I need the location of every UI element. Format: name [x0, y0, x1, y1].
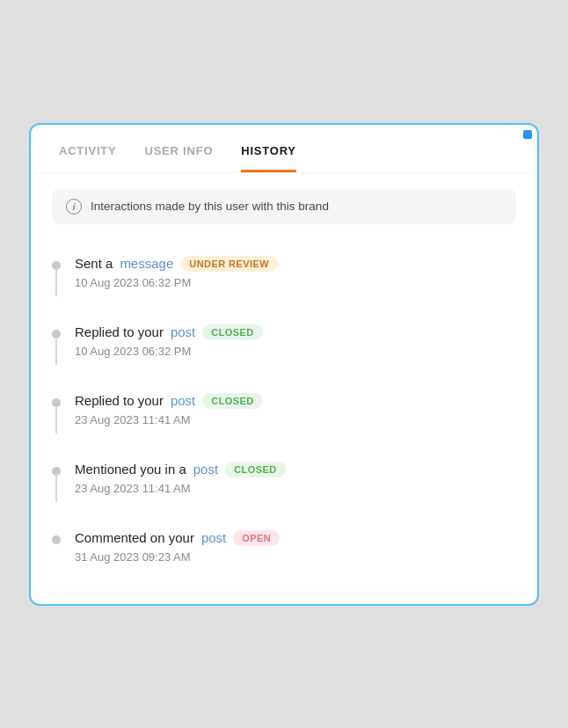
timeline-left	[52, 324, 61, 365]
action-row: Mentioned you in a post CLOSED	[75, 462, 516, 477]
timestamp: 10 Aug 2023 06:32 PM	[75, 345, 516, 358]
status-badge: UNDER REVIEW	[180, 256, 278, 272]
action-prefix: Sent a	[75, 256, 113, 271]
timeline-item: Commented on your post OPEN 31 Aug 2023 …	[52, 516, 516, 578]
timestamp: 23 Aug 2023 11:41 AM	[75, 413, 516, 426]
action-link[interactable]: post	[171, 324, 195, 339]
timeline-line	[55, 270, 57, 296]
status-badge: CLOSED	[202, 393, 262, 409]
timeline-left	[52, 256, 61, 296]
timeline-line	[55, 407, 57, 433]
tab-activity[interactable]: ACTIVITY	[59, 144, 116, 172]
action-row: Sent a message UNDER REVIEW	[75, 256, 516, 272]
status-badge: CLOSED	[202, 324, 262, 340]
timeline-dot	[52, 398, 61, 407]
timeline-content: Replied to your post CLOSED 10 Aug 2023 …	[75, 324, 516, 358]
timeline-dot	[52, 535, 61, 544]
timeline-item: Replied to your post CLOSED 10 Aug 2023 …	[52, 310, 516, 379]
timeline-left	[52, 530, 61, 544]
timeline-left	[52, 462, 61, 502]
action-prefix: Mentioned you in a	[75, 462, 186, 477]
tab-bar: ACTIVITY USER INFO HISTORY	[31, 125, 537, 173]
action-link[interactable]: post	[171, 393, 195, 408]
main-card: ACTIVITY USER INFO HISTORY i Interaction…	[29, 123, 539, 606]
timeline-item: Mentioned you in a post CLOSED 23 Aug 20…	[52, 448, 516, 516]
action-link[interactable]: post	[193, 462, 218, 477]
corner-indicator	[523, 130, 532, 139]
timeline-dot	[52, 330, 61, 339]
timeline-item: Sent a message UNDER REVIEW 10 Aug 2023 …	[52, 242, 516, 310]
action-link[interactable]: post	[201, 530, 226, 545]
tab-history[interactable]: HISTORY	[241, 144, 296, 172]
timeline-line	[55, 476, 57, 502]
action-row: Commented on your post OPEN	[75, 530, 516, 546]
tab-user-info[interactable]: USER INFO	[144, 144, 213, 172]
timeline-content: Sent a message UNDER REVIEW 10 Aug 2023 …	[75, 256, 516, 289]
info-banner: i Interactions made by this user with th…	[52, 189, 516, 224]
timeline-content: Mentioned you in a post CLOSED 23 Aug 20…	[75, 462, 516, 495]
timeline-line	[55, 339, 57, 365]
timeline-dot	[52, 261, 61, 270]
status-badge: OPEN	[233, 530, 280, 546]
action-prefix: Replied to your	[75, 324, 164, 339]
info-banner-text: Interactions made by this user with this…	[91, 200, 329, 213]
action-row: Replied to your post CLOSED	[75, 393, 516, 409]
timeline-content: Commented on your post OPEN 31 Aug 2023 …	[75, 530, 516, 564]
timeline-item: Replied to your post CLOSED 23 Aug 2023 …	[52, 379, 516, 448]
timestamp: 23 Aug 2023 11:41 AM	[75, 482, 516, 495]
action-link[interactable]: message	[120, 256, 173, 271]
timeline-dot	[52, 467, 61, 476]
timeline: Sent a message UNDER REVIEW 10 Aug 2023 …	[31, 233, 537, 604]
timeline-content: Replied to your post CLOSED 23 Aug 2023 …	[75, 393, 516, 426]
timestamp: 31 Aug 2023 09:23 AM	[75, 550, 516, 564]
status-badge: CLOSED	[225, 462, 285, 477]
action-prefix: Replied to your	[75, 393, 164, 408]
timestamp: 10 Aug 2023 06:32 PM	[75, 276, 516, 289]
info-icon: i	[66, 199, 82, 215]
action-row: Replied to your post CLOSED	[75, 324, 516, 340]
timeline-left	[52, 393, 61, 433]
action-prefix: Commented on your	[75, 530, 194, 545]
